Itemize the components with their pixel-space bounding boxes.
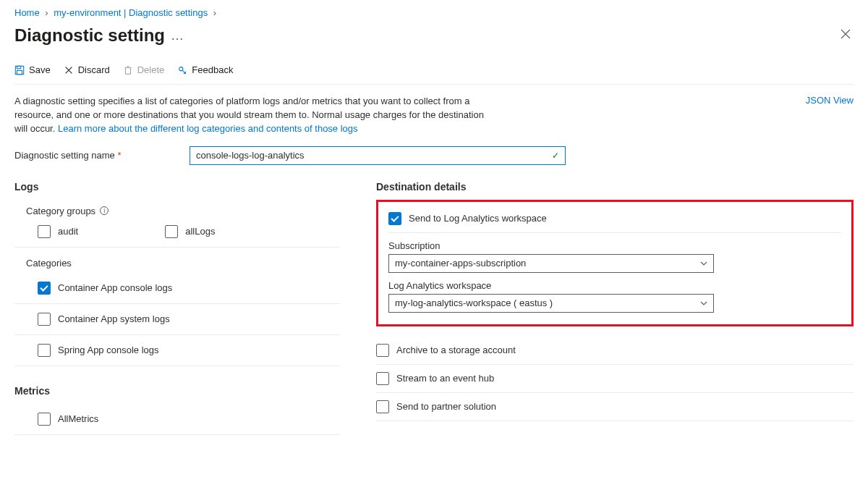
all-metrics-label: AllMetrics: [58, 413, 98, 424]
save-button[interactable]: Save: [14, 64, 51, 75]
close-icon: [841, 29, 851, 39]
system-logs-label: Container App system logs: [58, 313, 170, 324]
workspace-value: my-log-analytics-workspace ( eastus ): [395, 297, 553, 308]
subscription-select[interactable]: my-container-apps-subscription: [388, 254, 714, 273]
workspace-select[interactable]: my-log-analytics-workspace ( eastus ): [388, 294, 714, 313]
metrics-heading: Metrics: [14, 366, 340, 404]
validation-check-icon: ✓: [552, 151, 559, 161]
law-row: Send to Log Analytics workspace: [388, 209, 841, 233]
delete-icon: [123, 65, 133, 75]
eventhub-checkbox[interactable]: [376, 372, 389, 385]
page-title: Diagnostic setting: [14, 25, 165, 46]
all-logs-checkbox[interactable]: [165, 225, 178, 238]
logs-heading: Logs: [14, 181, 340, 200]
discard-button[interactable]: Discard: [64, 64, 110, 75]
learn-more-link[interactable]: Learn more about the different log categ…: [58, 123, 358, 134]
chevron-right-icon: ›: [213, 7, 216, 18]
feedback-button[interactable]: Feedback: [177, 64, 233, 75]
diagnostic-name-input[interactable]: console-logs-log-analytics ✓: [190, 146, 566, 165]
more-menu-button[interactable]: …: [171, 28, 184, 43]
toolbar: Save Discard Delete Feedback: [14, 59, 854, 85]
chevron-right-icon: ›: [45, 7, 48, 18]
eventhub-label: Stream to an event hub: [396, 373, 494, 384]
chevron-down-icon: [700, 260, 707, 267]
discard-icon: [64, 65, 74, 75]
breadcrumb-environment[interactable]: my-environment | Diagnostic settings: [54, 7, 208, 18]
archive-label: Archive to a storage account: [396, 345, 516, 355]
partner-label: Send to partner solution: [396, 401, 496, 412]
svg-rect-2: [17, 70, 22, 74]
audit-label: audit: [58, 226, 78, 237]
svg-rect-3: [125, 67, 130, 74]
log-analytics-highlight: Send to Log Analytics workspace Subscrip…: [376, 200, 854, 326]
close-button[interactable]: [838, 26, 854, 45]
destination-heading: Destination details: [376, 181, 854, 200]
category-groups-label: Category groups: [26, 206, 95, 216]
console-logs-checkbox[interactable]: [38, 282, 51, 295]
svg-rect-1: [17, 66, 21, 69]
law-label: Send to Log Analytics workspace: [409, 213, 547, 224]
name-input-value: console-logs-log-analytics: [196, 150, 305, 161]
partner-row: Send to partner solution: [376, 393, 854, 421]
subscription-value: my-container-apps-subscription: [395, 258, 526, 269]
categories-label: Categories: [26, 258, 72, 269]
all-logs-label: allLogs: [185, 226, 215, 237]
partner-checkbox[interactable]: [376, 400, 389, 413]
all-metrics-checkbox[interactable]: [38, 413, 51, 426]
audit-checkbox[interactable]: [38, 225, 51, 238]
archive-row: Archive to a storage account: [376, 337, 854, 365]
breadcrumb: Home › my-environment | Diagnostic setti…: [14, 0, 854, 22]
save-label: Save: [29, 64, 51, 75]
spring-logs-label: Spring App console logs: [58, 345, 158, 355]
system-logs-checkbox[interactable]: [38, 313, 51, 326]
name-field-label: Diagnostic setting name *: [14, 150, 187, 161]
spring-logs-checkbox[interactable]: [38, 344, 51, 357]
feedback-label: Feedback: [192, 64, 233, 75]
subscription-label: Subscription: [388, 233, 841, 254]
info-icon[interactable]: i: [100, 206, 109, 215]
discard-label: Discard: [78, 64, 110, 75]
delete-button: Delete: [123, 64, 165, 75]
workspace-label: Log Analytics workspace: [388, 273, 841, 294]
json-view-link[interactable]: JSON View: [806, 95, 854, 106]
chevron-down-icon: [700, 300, 707, 307]
archive-checkbox[interactable]: [376, 344, 389, 357]
description-text: A diagnostic setting specifies a list of…: [14, 95, 492, 136]
eventhub-row: Stream to an event hub: [376, 365, 854, 393]
breadcrumb-home[interactable]: Home: [14, 7, 40, 18]
required-indicator: *: [117, 150, 121, 161]
save-icon: [14, 65, 25, 75]
feedback-icon: [177, 65, 187, 75]
console-logs-label: Container App console logs: [58, 282, 172, 293]
delete-label: Delete: [137, 64, 165, 75]
law-checkbox[interactable]: [388, 212, 401, 225]
